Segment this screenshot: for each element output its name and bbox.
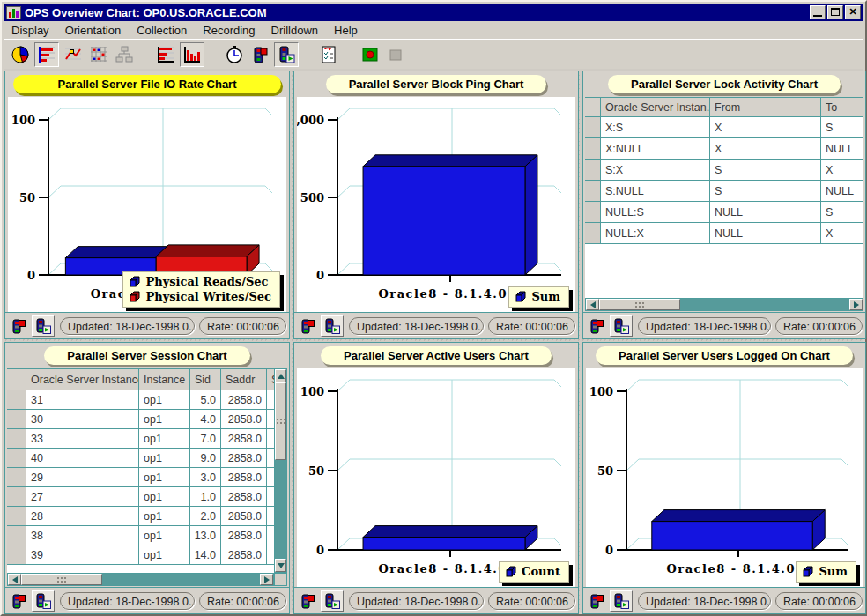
scrollbar-thumb[interactable] [599, 299, 680, 310]
column-header[interactable]: Oracle Server Instan... [601, 98, 710, 117]
stop-collection-button[interactable] [586, 316, 607, 336]
panel-title-file-io-rate[interactable]: Parallel Server File IO Rate Chart [13, 75, 281, 93]
legend-entry: Physical Writes/Sec [129, 289, 271, 304]
titlebar[interactable]: OPS Overview Chart: OP0.US.ORACLE.COM ✕ [4, 4, 863, 21]
stop-recording-button[interactable] [384, 43, 407, 66]
close-button[interactable]: ✕ [845, 5, 861, 19]
stop-collection-button[interactable] [586, 591, 607, 611]
table-cell: S [821, 117, 863, 138]
horizontal-bar-chart-button[interactable] [34, 42, 59, 67]
table-cell: NULL:X [601, 223, 710, 244]
table-row[interactable]: 38op113.02858.0 [7, 526, 274, 545]
scrollbar-thumb[interactable] [21, 574, 102, 585]
record-button[interactable] [359, 43, 382, 66]
scroll-down-button[interactable] [275, 559, 286, 572]
column-header[interactable] [585, 98, 601, 117]
start-collection-button[interactable] [610, 590, 633, 612]
menu-recording[interactable]: Recording [195, 22, 263, 39]
hierarchy-chart-button[interactable] [113, 43, 136, 66]
menu-collection[interactable]: Collection [129, 22, 195, 39]
table-cell: NULL [710, 202, 821, 223]
menu-help[interactable]: Help [326, 22, 366, 39]
column-header[interactable]: Instance [139, 369, 190, 390]
timer-button[interactable] [223, 43, 246, 66]
chart-legend: Physical Reads/SecPhysical Writes/Sec [122, 271, 280, 308]
horizontal-bars-button[interactable] [154, 43, 177, 66]
panel-header: Parallel Server Session Chart [5, 343, 289, 368]
line-chart-button[interactable] [62, 43, 85, 66]
start-collection-button[interactable] [321, 590, 344, 612]
table-row[interactable]: 27op11.02858.0 [7, 487, 274, 507]
scroll-right-button[interactable] [260, 574, 273, 585]
vertical-scrollbar[interactable] [274, 368, 287, 573]
stop-collection-button-toolbar[interactable] [248, 43, 271, 66]
stop-collection-button[interactable] [8, 591, 29, 611]
report-button[interactable] [317, 43, 340, 66]
scrollbar-track[interactable] [680, 299, 849, 310]
scroll-left-button[interactable] [8, 574, 21, 585]
stop-collection-button[interactable] [8, 316, 29, 336]
panel-title-users-logged-on[interactable]: Parallel Server Users Logged On Chart [596, 346, 853, 365]
stop-collection-button[interactable] [297, 316, 318, 336]
menu-display[interactable]: Display [4, 22, 57, 39]
horizontal-scrollbar[interactable] [7, 573, 274, 586]
menu-drilldown[interactable]: Drilldown [263, 22, 326, 39]
column-header[interactable]: S [267, 369, 274, 390]
table-cell [7, 468, 26, 487]
start-collection-button[interactable] [32, 315, 55, 337]
table-cell: 2858.0 [221, 468, 267, 487]
scrollbar-track[interactable] [275, 460, 286, 559]
horizontal-scrollbar[interactable] [585, 298, 863, 311]
svg-text:50: 50 [308, 464, 324, 478]
scroll-right-button[interactable] [849, 299, 863, 310]
column-header[interactable]: From [710, 98, 821, 117]
vertical-bar-chart-button[interactable] [180, 42, 204, 67]
start-collection-button[interactable] [321, 315, 344, 337]
scroll-up-button[interactable] [275, 369, 286, 382]
table-row[interactable]: 39op114.02858.0 [7, 545, 274, 565]
start-collection-button[interactable] [610, 315, 633, 337]
column-header[interactable] [7, 369, 26, 390]
table-row[interactable]: 31op15.02858.0 [7, 390, 274, 410]
table-row[interactable]: NULL:SNULLS [585, 202, 863, 223]
table-row[interactable]: X:SXS [585, 117, 863, 138]
column-header[interactable]: Saddr [221, 369, 267, 390]
panel-title-lock-activity[interactable]: Parallel Server Lock Activity Chart [608, 75, 841, 93]
panel-title-session[interactable]: Parallel Server Session Chart [44, 346, 249, 365]
table-row[interactable]: 28op12.02858.0 [7, 507, 274, 526]
panel-title-active-users[interactable]: Parallel Server Active Users Chart [321, 346, 552, 365]
column-header[interactable]: To [821, 98, 863, 117]
column-header[interactable]: Sid [190, 369, 221, 390]
table-row[interactable]: NULL:XNULLX [585, 223, 863, 244]
table-row[interactable]: S:XSX [585, 160, 863, 181]
table-cell: 33 [26, 429, 139, 449]
start-collection-button[interactable] [32, 590, 55, 612]
column-header[interactable]: Oracle Server Instance [26, 369, 139, 390]
table-row[interactable]: 29op13.02858.0 [7, 468, 274, 487]
panel-lock-activity: Parallel Server Lock Activity Chart Orac… [582, 71, 866, 339]
scroll-left-button[interactable] [586, 299, 599, 310]
panel-file-io-rate: Parallel Server File IO Rate Chart 05010… [4, 71, 290, 339]
table-row[interactable]: 40op19.02858.0 [7, 449, 274, 468]
table-row[interactable]: 30op14.02858.0 [7, 410, 274, 429]
grid-table-button[interactable] [87, 43, 110, 66]
pie-chart-button[interactable] [9, 43, 32, 66]
scrollbar-track[interactable] [102, 574, 260, 585]
panel-users-logged-on: Parallel Server Users Logged On Chart 05… [582, 342, 866, 614]
table-cell: op1 [139, 410, 190, 429]
scrollbar-thumb[interactable] [275, 382, 286, 460]
maximize-button[interactable] [827, 5, 843, 19]
file-io-rate-chart: 050100Oracle8 - 8.1.4.0.0Physical Reads/… [8, 97, 286, 312]
table-row[interactable]: 33op17.02858.0 [7, 429, 274, 449]
panel-title-block-ping[interactable]: Parallel Server Block Ping Chart [326, 75, 547, 93]
table-cell: 38 [26, 526, 139, 545]
updated-field: Updated: 18-Dec-1998 0... [60, 317, 195, 335]
start-collection-button-toolbar[interactable] [274, 42, 299, 67]
menu-orientation[interactable]: Orientation [57, 22, 130, 39]
stop-collection-button[interactable] [297, 591, 318, 611]
table-row[interactable]: X:NULLXNULL [585, 138, 863, 160]
minimize-button[interactable] [810, 5, 826, 19]
legend-entry: Sum [802, 564, 848, 579]
traffic-light-go-icon [35, 592, 51, 610]
table-row[interactable]: S:NULLSNULL [585, 181, 863, 202]
